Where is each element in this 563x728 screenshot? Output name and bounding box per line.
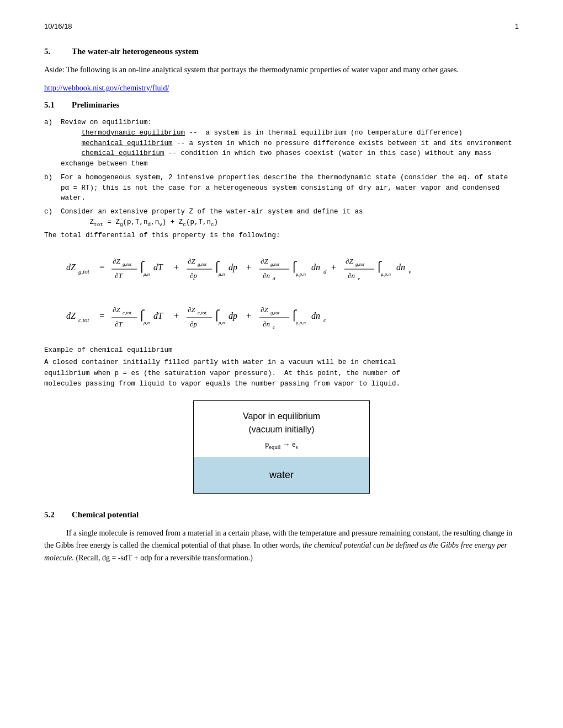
svg-text:c,tot: c,tot [78, 317, 89, 323]
formula-dZg: dZ g,tot = ∂Z g,tot ∂T ⎧ μ,n dT + ∂Z g,t… [66, 249, 519, 288]
svg-text:d: d [323, 268, 327, 275]
svg-text:c,tot: c,tot [198, 310, 206, 315]
section5-title: 5.The water-air heterogeneous system [44, 47, 519, 56]
svg-text:d: d [273, 276, 275, 281]
section52-para: If a single molecule is removed from a m… [44, 527, 519, 564]
svg-text:∂T: ∂T [115, 271, 123, 280]
svg-text:dp: dp [229, 263, 237, 272]
list-content-a: Review on equilibrium: thermodynamic equ… [61, 117, 519, 169]
list-item-c: c) Consider an extensive property Z of t… [44, 207, 519, 228]
svg-text:μ,p,n: μ,p,n [380, 271, 391, 277]
svg-text:g,tot: g,tot [270, 310, 280, 315]
svg-text:∂Z: ∂Z [188, 257, 195, 265]
nist-url[interactable]: http://webbook.nist.gov/chemistry/fluid/ [44, 84, 169, 92]
svg-text:∂n: ∂n [263, 320, 270, 328]
thermo-eq-term: thermodynamic equilibrium [82, 129, 185, 137]
svg-text:g,tot: g,tot [123, 261, 132, 267]
svg-text:dn: dn [311, 311, 320, 320]
svg-text:dn: dn [396, 263, 405, 272]
svg-text:∂p: ∂p [190, 320, 197, 328]
svg-text:∂Z: ∂Z [261, 306, 268, 314]
svg-text:∂n: ∂n [348, 271, 355, 280]
svg-text:+: + [174, 311, 179, 320]
svg-text:v: v [408, 268, 411, 275]
svg-text:=: = [99, 311, 104, 320]
svg-text:∂Z: ∂Z [188, 306, 195, 314]
list-item-b: b) For a homogeneous system, 2 intensive… [44, 173, 519, 204]
svg-text:dn: dn [311, 263, 320, 272]
svg-text:g,tot: g,tot [355, 261, 365, 267]
example-header: Example of chemical equilibrium [44, 346, 519, 354]
svg-text:μ,p,n: μ,p,n [295, 320, 306, 325]
section52-title: 5.2Chemical potential [44, 510, 519, 520]
svg-text:μ,n: μ,n [143, 320, 150, 325]
list-label-a: a) [44, 117, 61, 169]
date: 10/16/18 [44, 22, 72, 30]
formula-dZc: dZ c,tot = ∂Z c,tot ∂T ⎧ μ,n dT + ∂Z c,t… [66, 298, 519, 336]
page-number: 1 [515, 22, 519, 30]
list-label-c: c) [44, 207, 61, 228]
nist-link[interactable]: http://webbook.nist.gov/chemistry/fluid/ [44, 82, 519, 94]
svg-text:v: v [358, 276, 360, 281]
svg-text:dZ: dZ [66, 311, 76, 320]
aside-paragraph: Aside: The following is an on-line analy… [44, 64, 519, 76]
chemical-potential-definition: the chemical potential can be defined as… [44, 541, 507, 561]
svg-text:+: + [246, 263, 251, 272]
water-label: water [194, 457, 369, 493]
svg-text:∂Z: ∂Z [346, 257, 353, 265]
equilibrium-diagram: Vapor in equilibrium (vacuum initially) … [193, 400, 370, 494]
svg-text:∂T: ∂T [115, 320, 123, 328]
vapor-line1: Vapor in equilibrium [205, 410, 358, 423]
example-text: A closed container initially filled part… [44, 357, 519, 389]
svg-text:+: + [246, 311, 251, 320]
svg-text:dT: dT [153, 263, 163, 272]
vapor-line2: (vacuum initially) [205, 423, 358, 436]
equilibrium-top: Vapor in equilibrium (vacuum initially) … [194, 401, 369, 457]
svg-text:μ,n: μ,n [218, 320, 225, 325]
svg-text:g,tot: g,tot [270, 261, 280, 267]
svg-text:c: c [323, 317, 326, 323]
list-label-b: b) [44, 173, 61, 204]
svg-text:∂Z: ∂Z [113, 257, 120, 265]
list-item-a: a) Review on equilibrium: thermodynamic … [44, 117, 519, 169]
svg-text:dZ: dZ [66, 263, 76, 272]
svg-text:g,tot: g,tot [198, 261, 207, 267]
svg-text:g,tot: g,tot [78, 268, 90, 275]
svg-text:+: + [174, 263, 179, 272]
svg-text:+: + [331, 263, 336, 272]
list-content-c: Consider an extensive property Z of the … [61, 207, 519, 228]
svg-text:μ,p,n: μ,p,n [295, 271, 306, 277]
svg-text:c,tot: c,tot [123, 310, 131, 315]
svg-text:c: c [273, 324, 275, 330]
chem-eq-term: chemical equilibrium [82, 149, 164, 157]
svg-text:μ,n: μ,n [143, 271, 150, 277]
svg-text:∂n: ∂n [263, 271, 270, 280]
svg-text:=: = [99, 263, 104, 272]
svg-text:dT: dT [153, 311, 163, 320]
svg-text:dp: dp [229, 311, 237, 321]
svg-text:∂p: ∂p [190, 271, 197, 280]
total-diff-text: The total differential of this property … [44, 232, 519, 239]
pressure-arrow: pequil → es [205, 438, 358, 452]
svg-text:∂Z: ∂Z [261, 257, 268, 265]
svg-text:∂Z: ∂Z [113, 306, 120, 314]
mech-eq-term: mechanical equilibrium [82, 140, 173, 147]
svg-text:μ,n: μ,n [218, 271, 225, 277]
page-header: 10/16/18 1 [44, 22, 519, 30]
list-content-b: For a homogeneous system, 2 intensive pr… [61, 173, 519, 204]
section51-title: 5.1Preliminaries [44, 100, 519, 110]
